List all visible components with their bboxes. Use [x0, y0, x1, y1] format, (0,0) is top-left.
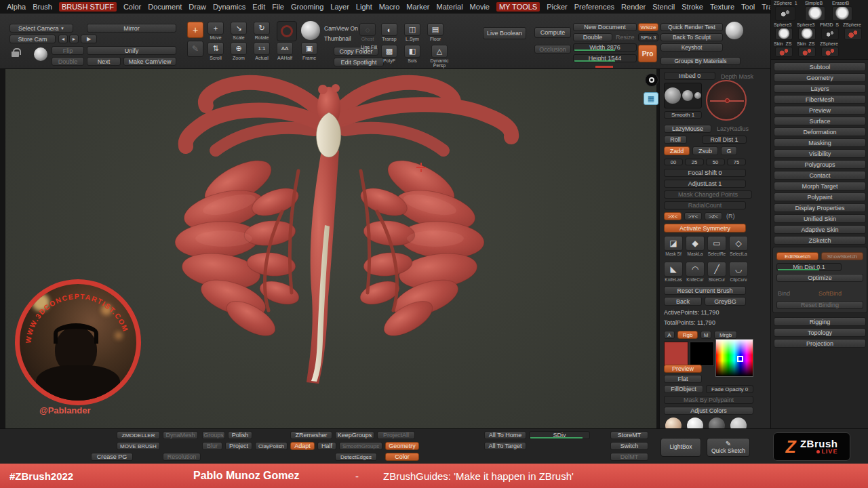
zmodeller-button[interactable]: ZMODELLER — [117, 431, 160, 439]
tool-thumb-skin-1[interactable] — [775, 47, 793, 57]
focal-shift-slider[interactable]: Focal Shift 0 — [664, 169, 746, 177]
compute-button[interactable]: Compute — [534, 27, 571, 38]
projectall-button[interactable]: ProjectAll — [377, 431, 415, 439]
lightbox-button[interactable]: LightBox — [660, 438, 701, 457]
menu-item[interactable]: Draw — [189, 3, 206, 11]
zremesher-button[interactable]: ZRemesher — [290, 431, 332, 439]
project-button[interactable]: Project — [225, 442, 252, 450]
menu-item[interactable]: Layer — [330, 3, 349, 11]
menu-item[interactable]: Color — [123, 3, 141, 11]
camview-on-toggle[interactable]: CamView On — [324, 25, 358, 32]
rgb-button[interactable]: Rgb — [677, 331, 698, 339]
adjustlast-slider[interactable]: AdjustLast 1 — [664, 180, 746, 188]
resolution-button[interactable]: Resolution — [163, 453, 201, 461]
menu-item[interactable]: Render — [621, 3, 646, 11]
menu-item[interactable]: Macro — [379, 3, 400, 11]
aahalf-button[interactable]: AAAAHalf — [277, 42, 293, 60]
tool-thumb-pm3d[interactable] — [821, 28, 839, 40]
palette-menu-item[interactable]: Unified Skin — [774, 214, 866, 223]
tool-thumb-zsphere-2[interactable] — [821, 47, 839, 57]
clip-curve-icon[interactable]: ◡ — [729, 262, 748, 277]
gravity-button[interactable]: G — [721, 146, 737, 155]
min-dist-slider[interactable]: Min Dist 0.1 — [776, 263, 842, 271]
polyf-toggle[interactable]: ▩PolyF — [381, 45, 397, 63]
palette-menu-item[interactable]: Polypaint — [774, 192, 866, 201]
back-to-sculpt-button[interactable]: Back To Sculpt — [660, 33, 723, 41]
tick-50[interactable]: 50 — [706, 159, 725, 165]
detectedges-button[interactable]: DetectEdges — [335, 453, 377, 461]
depth-mask-label[interactable]: Depth Mask — [721, 73, 753, 80]
resize-label[interactable]: Resize — [616, 34, 635, 41]
greybg-button[interactable]: GreyBG — [705, 297, 746, 306]
select-lasso-icon[interactable]: ◇ — [729, 236, 748, 251]
main-color-swatch[interactable] — [664, 342, 688, 366]
back-button[interactable]: Back — [664, 297, 702, 306]
stroke-preview[interactable] — [664, 83, 702, 108]
mirror-dropdown[interactable]: Mirror — [87, 24, 176, 33]
palette-menu-item[interactable]: FiberMesh — [774, 95, 866, 104]
material-mini-sphere-icon[interactable] — [34, 47, 47, 61]
flat-button[interactable]: Flat — [664, 375, 702, 383]
half-button[interactable]: Half — [317, 442, 336, 450]
geometry-button[interactable]: Geometry — [385, 442, 419, 450]
bind-label[interactable]: Bind — [778, 290, 790, 297]
draw-mode-icon[interactable]: + — [187, 22, 203, 38]
live-boolean-toggle[interactable]: Live Boolean — [483, 27, 526, 39]
symmetry-x-button[interactable]: >X< — [664, 212, 682, 220]
roll-button[interactable]: Roll — [664, 136, 687, 144]
menu-item[interactable]: Transform — [762, 3, 770, 11]
make-camview-button[interactable]: Make CamView — [123, 57, 176, 66]
menu-item[interactable]: File — [272, 3, 284, 11]
menu-item[interactable]: Texture — [710, 3, 734, 11]
tool-thumb-sphere3d-1[interactable] — [775, 28, 793, 40]
tool-thumb-zsphere[interactable] — [844, 28, 862, 40]
palette-menu-item[interactable]: Masking — [774, 138, 866, 147]
double-doc-button[interactable]: Double — [573, 33, 612, 41]
tick-00[interactable]: 00 — [664, 159, 683, 165]
lazyradius-label[interactable]: LazyRadius — [717, 125, 749, 132]
menu-item[interactable]: MY TOOLS — [496, 2, 540, 12]
mask-by-polypaint-slider[interactable]: Mask By Polypaint — [664, 396, 753, 404]
fillobject-button[interactable]: FillObject — [664, 385, 703, 393]
m-button[interactable]: M — [701, 331, 711, 339]
tool-thumb-skin-2[interactable] — [798, 47, 816, 57]
all-to-target-button[interactable]: All To Target — [484, 442, 526, 450]
lsym-toggle[interactable]: ◫L.Sym — [404, 23, 420, 41]
menu-item[interactable]: Alpha — [7, 3, 26, 11]
claypolish-button[interactable]: ClayPolish — [255, 442, 288, 450]
quick-render-test-button[interactable]: Quick Render Test — [660, 23, 723, 31]
menu-item[interactable]: Dynamics — [213, 3, 245, 11]
zsub-button[interactable]: Zsub — [692, 146, 718, 155]
menu-item[interactable]: Stroke — [682, 3, 703, 11]
zsketch-header[interactable]: ZSketch — [774, 236, 866, 245]
palette-menu-item[interactable]: Deformation — [774, 127, 866, 136]
scroll-button[interactable]: ⇅Scroll — [208, 42, 224, 60]
doc-width-slider[interactable]: Width 2876 — [573, 43, 637, 52]
a-button[interactable]: A — [664, 331, 675, 339]
polish-button[interactable]: Polish — [228, 431, 252, 439]
storemt-button[interactable]: StoreMT — [610, 431, 648, 439]
sols-toggle[interactable]: ◧Sols — [404, 45, 420, 63]
palette-menu-item[interactable]: Morph Target — [774, 182, 866, 190]
sdiv-slider[interactable]: SDiv — [529, 431, 590, 439]
zadd-button[interactable]: Zadd — [664, 146, 690, 155]
delmt-button[interactable]: DelMT — [610, 453, 648, 461]
projection-header[interactable]: Projection — [774, 339, 866, 348]
thumbnail-toggle[interactable]: Thumbnail — [324, 35, 351, 42]
menu-item[interactable]: Document — [148, 3, 182, 11]
actual-button[interactable]: 1:1Actual — [254, 42, 270, 60]
showsketch-button[interactable]: ShowSketch — [821, 252, 863, 260]
cam-next-button[interactable]: ► — [69, 35, 79, 43]
select-camera-button[interactable]: Select Camera ▼ — [9, 24, 73, 33]
menu-item[interactable]: Edit — [252, 3, 265, 11]
keyshot-button[interactable]: Keyshot — [660, 43, 723, 52]
tool-thumb-sphere3d-2[interactable] — [798, 28, 816, 40]
rotate-button[interactable]: ↻Rotate — [254, 22, 270, 40]
knife-lasso-icon[interactable]: ◣ — [664, 262, 683, 277]
tool-thumb-zsphere1[interactable] — [775, 6, 795, 21]
tick-25[interactable]: 25 — [685, 159, 704, 165]
adjust-colors-button[interactable]: Adjust Colors — [664, 407, 753, 415]
rigging-header[interactable]: Rigging — [774, 317, 866, 326]
quick-sketch-button[interactable]: ✎Quick Sketch — [707, 438, 750, 457]
lazymouse-button[interactable]: LazyMouse — [664, 125, 711, 133]
